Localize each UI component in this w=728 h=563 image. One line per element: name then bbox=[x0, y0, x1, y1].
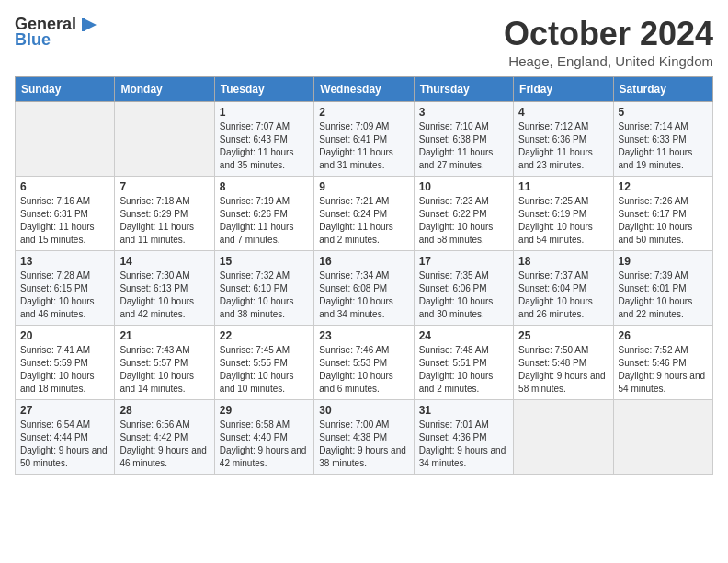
day-info: Sunrise: 7:26 AMSunset: 6:17 PMDaylight:… bbox=[619, 195, 708, 247]
day-cell-7: 7Sunrise: 7:18 AMSunset: 6:29 PMDaylight… bbox=[115, 177, 214, 251]
day-number: 7 bbox=[119, 180, 209, 193]
day-info: Sunrise: 7:34 AMSunset: 6:08 PMDaylight:… bbox=[319, 270, 408, 321]
day-info: Sunrise: 7:07 AMSunset: 6:43 PMDaylight:… bbox=[220, 121, 309, 172]
day-info: Sunrise: 7:50 AMSunset: 5:48 PMDaylight:… bbox=[518, 344, 608, 396]
header-sunday: Sunday bbox=[16, 77, 115, 102]
day-number: 28 bbox=[119, 404, 209, 417]
svg-rect-1 bbox=[82, 18, 85, 31]
logo: General Blue bbox=[15, 15, 98, 50]
day-number: 11 bbox=[518, 180, 608, 193]
day-info: Sunrise: 7:12 AMSunset: 6:36 PMDaylight:… bbox=[518, 121, 608, 172]
day-info: Sunrise: 6:56 AMSunset: 4:42 PMDaylight:… bbox=[119, 419, 209, 470]
day-info: Sunrise: 7:14 AMSunset: 6:33 PMDaylight:… bbox=[619, 121, 708, 172]
day-number: 24 bbox=[419, 329, 508, 342]
day-number: 18 bbox=[518, 255, 608, 268]
day-number: 30 bbox=[319, 404, 408, 417]
day-info: Sunrise: 7:21 AMSunset: 6:24 PMDaylight:… bbox=[319, 195, 408, 247]
day-cell-31: 31Sunrise: 7:01 AMSunset: 4:36 PMDayligh… bbox=[414, 400, 513, 475]
header-saturday: Saturday bbox=[613, 77, 712, 102]
day-info: Sunrise: 6:54 AMSunset: 4:44 PMDaylight:… bbox=[20, 419, 109, 470]
location: Heage, England, United Kingdom bbox=[504, 53, 713, 69]
day-number: 20 bbox=[20, 329, 109, 342]
day-info: Sunrise: 7:32 AMSunset: 6:10 PMDaylight:… bbox=[220, 270, 309, 321]
header-monday: Monday bbox=[115, 77, 214, 102]
day-number: 23 bbox=[319, 329, 408, 342]
day-number: 31 bbox=[419, 404, 508, 417]
day-number: 21 bbox=[119, 329, 209, 342]
day-number: 10 bbox=[419, 180, 508, 193]
day-number: 5 bbox=[619, 106, 708, 119]
day-info: Sunrise: 7:46 AMSunset: 5:53 PMDaylight:… bbox=[319, 344, 408, 396]
day-info: Sunrise: 7:18 AMSunset: 6:29 PMDaylight:… bbox=[119, 195, 209, 247]
day-info: Sunrise: 7:37 AMSunset: 6:04 PMDaylight:… bbox=[518, 270, 608, 321]
day-number: 6 bbox=[20, 180, 109, 193]
page-header: General Blue October 2024 Heage, England… bbox=[15, 15, 713, 69]
day-info: Sunrise: 7:28 AMSunset: 6:15 PMDaylight:… bbox=[20, 270, 109, 321]
day-info: Sunrise: 7:48 AMSunset: 5:51 PMDaylight:… bbox=[419, 344, 508, 396]
day-number: 29 bbox=[220, 404, 309, 417]
day-number: 13 bbox=[20, 255, 109, 268]
day-cell-22: 22Sunrise: 7:45 AMSunset: 5:55 PMDayligh… bbox=[214, 326, 313, 400]
day-cell-12: 12Sunrise: 7:26 AMSunset: 6:17 PMDayligh… bbox=[613, 177, 712, 251]
day-info: Sunrise: 6:58 AMSunset: 4:40 PMDaylight:… bbox=[220, 419, 309, 470]
day-info: Sunrise: 7:52 AMSunset: 5:46 PMDaylight:… bbox=[619, 344, 708, 396]
week-row-3: 13Sunrise: 7:28 AMSunset: 6:15 PMDayligh… bbox=[16, 251, 713, 326]
day-number: 27 bbox=[20, 404, 109, 417]
day-cell-3: 3Sunrise: 7:10 AMSunset: 6:38 PMDaylight… bbox=[414, 102, 513, 177]
svg-marker-0 bbox=[84, 18, 97, 31]
day-number: 4 bbox=[518, 106, 608, 119]
empty-cell bbox=[16, 102, 115, 177]
day-cell-27: 27Sunrise: 6:54 AMSunset: 4:44 PMDayligh… bbox=[16, 400, 115, 475]
month-title: October 2024 bbox=[504, 15, 713, 53]
day-number: 25 bbox=[518, 329, 608, 342]
day-info: Sunrise: 7:19 AMSunset: 6:26 PMDaylight:… bbox=[220, 195, 309, 247]
day-cell-18: 18Sunrise: 7:37 AMSunset: 6:04 PMDayligh… bbox=[514, 251, 613, 326]
title-area: October 2024 Heage, England, United King… bbox=[504, 15, 713, 69]
header-friday: Friday bbox=[514, 77, 613, 102]
day-cell-16: 16Sunrise: 7:34 AMSunset: 6:08 PMDayligh… bbox=[314, 251, 414, 326]
day-number: 3 bbox=[419, 106, 508, 119]
day-cell-1: 1Sunrise: 7:07 AMSunset: 6:43 PMDaylight… bbox=[214, 102, 313, 177]
day-cell-20: 20Sunrise: 7:41 AMSunset: 5:59 PMDayligh… bbox=[16, 326, 115, 400]
day-info: Sunrise: 7:09 AMSunset: 6:41 PMDaylight:… bbox=[319, 121, 408, 172]
day-cell-13: 13Sunrise: 7:28 AMSunset: 6:15 PMDayligh… bbox=[16, 251, 115, 326]
day-number: 26 bbox=[619, 329, 708, 342]
day-cell-2: 2Sunrise: 7:09 AMSunset: 6:41 PMDaylight… bbox=[314, 102, 414, 177]
day-number: 15 bbox=[220, 255, 309, 268]
day-number: 12 bbox=[619, 180, 708, 193]
empty-cell bbox=[115, 102, 214, 177]
day-info: Sunrise: 7:43 AMSunset: 5:57 PMDaylight:… bbox=[119, 344, 209, 396]
logo-icon bbox=[78, 15, 98, 35]
day-cell-14: 14Sunrise: 7:30 AMSunset: 6:13 PMDayligh… bbox=[115, 251, 214, 326]
day-number: 8 bbox=[220, 180, 309, 193]
day-info: Sunrise: 7:00 AMSunset: 4:38 PMDaylight:… bbox=[319, 419, 408, 470]
header-wednesday: Wednesday bbox=[314, 77, 414, 102]
day-cell-17: 17Sunrise: 7:35 AMSunset: 6:06 PMDayligh… bbox=[414, 251, 513, 326]
day-info: Sunrise: 7:30 AMSunset: 6:13 PMDaylight:… bbox=[119, 270, 209, 321]
day-number: 22 bbox=[220, 329, 309, 342]
header-tuesday: Tuesday bbox=[214, 77, 313, 102]
logo-blue: Blue bbox=[15, 31, 51, 50]
day-number: 17 bbox=[419, 255, 508, 268]
day-number: 16 bbox=[319, 255, 408, 268]
day-cell-15: 15Sunrise: 7:32 AMSunset: 6:10 PMDayligh… bbox=[214, 251, 313, 326]
day-number: 14 bbox=[119, 255, 209, 268]
day-cell-6: 6Sunrise: 7:16 AMSunset: 6:31 PMDaylight… bbox=[16, 177, 115, 251]
day-info: Sunrise: 7:35 AMSunset: 6:06 PMDaylight:… bbox=[419, 270, 508, 321]
day-cell-25: 25Sunrise: 7:50 AMSunset: 5:48 PMDayligh… bbox=[514, 326, 613, 400]
day-info: Sunrise: 7:01 AMSunset: 4:36 PMDaylight:… bbox=[419, 419, 508, 470]
day-cell-5: 5Sunrise: 7:14 AMSunset: 6:33 PMDaylight… bbox=[613, 102, 712, 177]
day-info: Sunrise: 7:16 AMSunset: 6:31 PMDaylight:… bbox=[20, 195, 109, 247]
day-cell-11: 11Sunrise: 7:25 AMSunset: 6:19 PMDayligh… bbox=[514, 177, 613, 251]
day-cell-4: 4Sunrise: 7:12 AMSunset: 6:36 PMDaylight… bbox=[514, 102, 613, 177]
day-cell-19: 19Sunrise: 7:39 AMSunset: 6:01 PMDayligh… bbox=[613, 251, 712, 326]
day-number: 9 bbox=[319, 180, 408, 193]
week-row-2: 6Sunrise: 7:16 AMSunset: 6:31 PMDaylight… bbox=[16, 177, 713, 251]
day-info: Sunrise: 7:45 AMSunset: 5:55 PMDaylight:… bbox=[220, 344, 309, 396]
day-cell-26: 26Sunrise: 7:52 AMSunset: 5:46 PMDayligh… bbox=[613, 326, 712, 400]
empty-cell bbox=[613, 400, 712, 475]
day-cell-21: 21Sunrise: 7:43 AMSunset: 5:57 PMDayligh… bbox=[115, 326, 214, 400]
day-cell-29: 29Sunrise: 6:58 AMSunset: 4:40 PMDayligh… bbox=[214, 400, 313, 475]
calendar-table: SundayMondayTuesdayWednesdayThursdayFrid… bbox=[15, 76, 713, 475]
day-info: Sunrise: 7:25 AMSunset: 6:19 PMDaylight:… bbox=[518, 195, 608, 247]
